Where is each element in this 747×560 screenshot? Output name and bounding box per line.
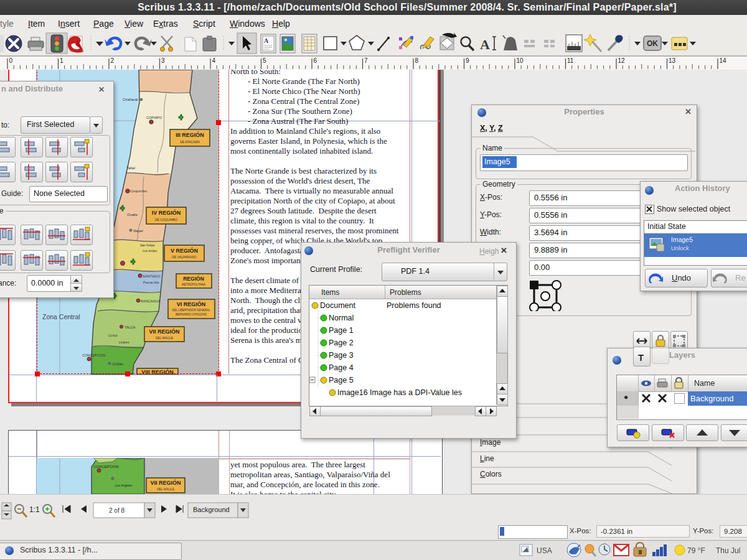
svg-text:Problems found: Problems found <box>387 301 441 310</box>
svg-text:Page 1: Page 1 <box>329 326 354 335</box>
svg-text:5: 5 <box>263 57 266 64</box>
svg-text:6: 6 <box>314 57 317 64</box>
svg-text:Thu Jul: Thu Jul <box>716 546 740 555</box>
svg-text:1:1: 1:1 <box>29 505 40 514</box>
svg-text:USA: USA <box>537 546 552 555</box>
svg-text:T: T <box>638 352 644 363</box>
svg-text:Image16 Image has a DPI-Value: Image16 Image has a DPI-Value les <box>337 388 462 397</box>
svg-text:3: 3 <box>161 57 165 64</box>
svg-text:12: 12 <box>618 57 626 64</box>
svg-text:11: 11 <box>567 57 574 64</box>
svg-text:0: 0 <box>9 57 13 64</box>
svg-text:Page 5: Page 5 <box>329 376 354 385</box>
svg-text:79 °F: 79 °F <box>687 546 705 555</box>
svg-text:A: A <box>264 37 269 44</box>
svg-text:1: 1 <box>60 57 63 64</box>
svg-text:2: 2 <box>111 57 115 64</box>
svg-text:9: 9 <box>466 57 469 64</box>
svg-text:Page 3: Page 3 <box>329 351 354 360</box>
svg-text:Page 2: Page 2 <box>329 338 354 347</box>
svg-text:A: A <box>480 37 490 52</box>
svg-text:8: 8 <box>415 57 419 64</box>
svg-text:Background: Background <box>193 506 230 513</box>
svg-text:14: 14 <box>720 57 727 64</box>
svg-text:13: 13 <box>669 57 676 64</box>
svg-text:7: 7 <box>364 57 368 64</box>
svg-text:10: 10 <box>517 57 524 64</box>
svg-text:Document: Document <box>320 301 355 310</box>
svg-text:2 of 8: 2 of 8 <box>109 507 125 514</box>
svg-text:4: 4 <box>212 57 216 64</box>
svg-text:Page 4: Page 4 <box>329 363 354 372</box>
svg-text:Normal: Normal <box>329 314 354 322</box>
svg-text:OK: OK <box>647 39 658 48</box>
